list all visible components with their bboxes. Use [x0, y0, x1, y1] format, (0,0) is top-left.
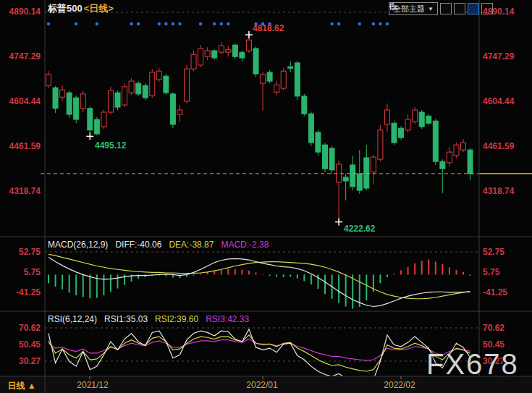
move-icon[interactable]: [440, 3, 452, 14]
macd-axis-label: -41.25: [483, 287, 529, 297]
macd-macd-value: MACD:-2.38: [221, 240, 269, 250]
macd-axis-label: 52.75: [0, 247, 41, 257]
rsi3-value: RSI3:42.33: [206, 314, 249, 324]
macd-axis-label: 52.75: [483, 247, 529, 257]
macd-axis-label: 5.75: [0, 267, 41, 277]
rsi-readout-row: RSI(6,12,24) RSI1:35.03 RSI2:39.60 RSI3:…: [48, 314, 249, 324]
rsi-axis-label: 50.45: [0, 339, 41, 350]
price-axis-label: 4604.44: [0, 96, 41, 106]
price-axis-label: 4890.14: [0, 7, 41, 17]
symbol-title-row: 标普500<日线>: [48, 2, 114, 15]
high-annotation: 4818.62: [253, 23, 284, 33]
rsi-axis-label: 70.62: [0, 323, 41, 333]
macd-axis-label: 5.75: [483, 267, 529, 277]
price-axis-label: 4747.29: [0, 51, 41, 62]
triangle-up-icon: ▲: [28, 381, 36, 391]
macd-readout-row: MACD(26,12,9) DIFF:-40.06 DEA:-38.87 MAC…: [48, 240, 269, 250]
theme-selector-label: 全部主题: [393, 4, 425, 14]
macd-diff-value: DIFF:-40.06: [115, 240, 161, 250]
symbol-name: 标普500: [48, 3, 83, 14]
price-axis-label: 4890.14: [483, 7, 529, 17]
period-selector-label: 日线: [7, 381, 25, 391]
chevron-down-icon: ▼: [428, 6, 434, 12]
watermark: FX678: [426, 348, 519, 381]
chart-app: 标普500<日线> 全部主题 ▼ 4890.14 4747.29 4604.44…: [0, 0, 532, 393]
rsi-params: RSI(6,12,24): [48, 314, 97, 324]
rsi1-value: RSI1:35.03: [104, 314, 148, 324]
date-axis-label: 2021/12: [71, 377, 114, 393]
price-axis-label: 4461.59: [483, 141, 529, 151]
price-axis-label: 4461.59: [0, 141, 41, 151]
date-axis-label: 2022/02: [378, 377, 421, 393]
rsi-axis-label: 30.27: [0, 356, 41, 366]
low-annotation: 4495.12: [95, 140, 126, 151]
period-selector[interactable]: 日线 ▲: [0, 377, 43, 393]
period-tag: <日线>: [84, 3, 114, 14]
axis-flag-icon[interactable]: [468, 3, 479, 14]
price-axis-label: 4318.74: [483, 186, 529, 196]
toolbar: 全部主题 ▼: [389, 2, 493, 15]
chart-canvas[interactable]: [0, 0, 532, 393]
date-axis-label: 2022/01: [240, 377, 284, 393]
price-axis-label: 4604.44: [483, 96, 529, 106]
low-annotation: 4222.62: [344, 224, 375, 234]
price-axis-label: 4318.74: [0, 186, 41, 196]
macd-axis-label: -41.25: [0, 287, 41, 297]
rsi-axis-label: 70.62: [483, 323, 529, 333]
macd-dea-value: DEA:-38.87: [169, 240, 214, 250]
price-axis-label: 4747.29: [483, 51, 529, 62]
macd-params: MACD(26,12,9): [48, 240, 108, 250]
axis-scale-icon[interactable]: [454, 3, 465, 14]
rsi2-value: RSI2:39.60: [155, 314, 198, 324]
